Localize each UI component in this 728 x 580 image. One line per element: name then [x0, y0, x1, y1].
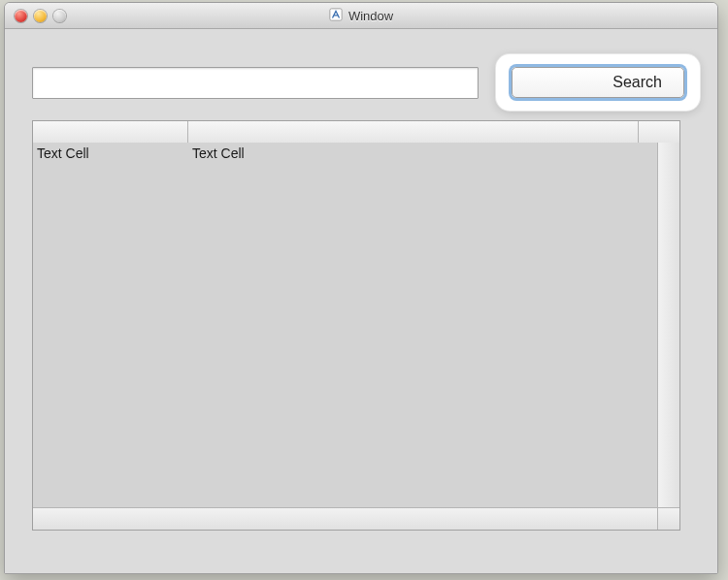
- table-column-3[interactable]: [639, 121, 662, 143]
- svg-rect-0: [330, 8, 342, 19]
- search-bar-row: Search: [32, 60, 700, 111]
- table-header[interactable]: [33, 121, 679, 144]
- table-body[interactable]: Text CellText Cell: [33, 143, 658, 508]
- app-icon: [329, 8, 343, 24]
- window-content: Search Text CellText Cell: [5, 29, 717, 573]
- search-textfield[interactable]: [32, 67, 479, 99]
- table-column-1[interactable]: [33, 121, 188, 143]
- window-title: Window: [348, 9, 393, 23]
- table-column-2[interactable]: [188, 121, 639, 143]
- horizontal-scrollbar[interactable]: [33, 507, 658, 530]
- close-button[interactable]: [15, 10, 27, 22]
- table-cell: Text Cell: [33, 145, 188, 161]
- minimize-button[interactable]: [34, 10, 47, 22]
- zoom-button[interactable]: [53, 10, 66, 22]
- window-title-area: Window: [5, 3, 717, 28]
- table-cell: Text Cell: [188, 145, 639, 161]
- app-window: Window Search Text CellText Cell: [4, 2, 718, 574]
- search-button[interactable]: Search: [512, 67, 684, 98]
- results-table: Text CellText Cell: [32, 120, 680, 531]
- window-controls: [5, 10, 66, 22]
- vertical-scrollbar[interactable]: [657, 143, 679, 508]
- search-button-focus-ring: Search: [496, 54, 700, 111]
- table-row[interactable]: Text CellText Cell: [33, 143, 658, 164]
- titlebar[interactable]: Window: [5, 3, 717, 29]
- scroll-corner: [657, 507, 679, 530]
